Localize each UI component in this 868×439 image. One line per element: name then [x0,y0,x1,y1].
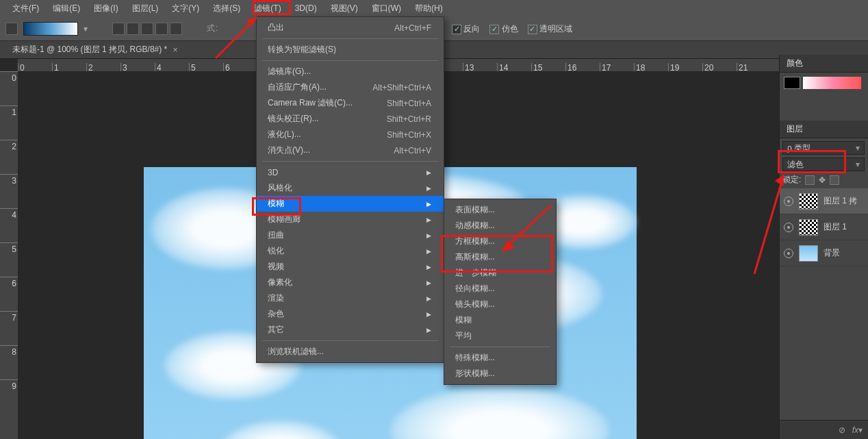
menu-3d[interactable]: 3D(D) [288,1,324,16]
submenu-item[interactable]: 进一步模糊 [444,265,556,281]
gradient-type-group[interactable] [112,23,182,35]
menu-item[interactable]: 浏览联机滤镜... [257,344,444,360]
layer-name: 图层 1 [824,221,847,233]
menu-item[interactable]: 滤镜库(G)... [257,64,444,79]
layer-thumb [799,193,818,210]
menu-item[interactable]: 自适应广角(A)...Alt+Shift+Ctrl+A [257,79,444,95]
lock-position-icon[interactable]: ✥ [819,175,826,185]
close-icon[interactable]: × [173,45,178,55]
menu-item[interactable]: 转换为智能滤镜(S) [257,42,444,58]
lock-pixels-icon[interactable] [805,175,815,185]
submenu-item[interactable]: 形状模糊... [444,366,556,381]
menu-item[interactable]: 模糊画廊 [257,212,444,227]
layer-row[interactable]: 图层 1 拷 [780,188,868,214]
layers-list[interactable]: 图层 1 拷图层 1背景 [780,188,868,266]
layer-name: 图层 1 拷 [824,195,857,207]
menu-item[interactable]: 模糊 [257,196,444,212]
menu-选择[interactable]: 选择(S) [206,0,247,17]
fx-icon[interactable]: fx▾ [852,425,863,435]
color-panel-title[interactable]: 颜色 [780,55,868,73]
layer-controls: ρ 类型▾ 滤色▾ 锁定: ✥ [780,138,868,188]
layer-name: 背景 [824,247,840,259]
menu-图层[interactable]: 图层(L) [125,0,166,17]
visibility-icon[interactable] [784,223,793,232]
lock-all-icon[interactable] [830,175,839,185]
submenu-item[interactable]: 动感模糊... [444,218,556,234]
color-spectrum[interactable] [803,77,861,89]
menu-item[interactable]: 扭曲 [257,227,444,243]
submenu-item[interactable]: 特殊模糊... [444,350,556,366]
menu-item[interactable]: 杂色 [257,306,444,322]
menu-编辑[interactable]: 编辑(E) [46,0,87,17]
menu-滤镜[interactable]: 滤镜(T) [247,0,288,17]
filter-menu-dropdown[interactable]: 凸出Alt+Ctrl+F转换为智能滤镜(S)滤镜库(G)...自适应广角(A).… [256,16,444,363]
menu-窗口[interactable]: 窗口(W) [365,0,408,17]
document-tab[interactable]: 未标题-1 @ 100% (图层 1 拷贝, RGB/8#) *× [8,44,182,55]
menu-item[interactable]: 3D [257,164,444,180]
link-icon[interactable]: ⊘ [839,425,845,435]
menu-item[interactable]: 凸出Alt+Ctrl+F [257,20,444,36]
menu-帮助[interactable]: 帮助(H) [408,0,450,17]
dither-checkbox[interactable]: 仿色 [489,23,518,35]
layer-row[interactable]: 图层 1 [780,214,868,240]
menu-bar: 文件(F)编辑(E)图像(I)图层(L)文字(Y)选择(S)滤镜(T)3D(D)… [0,0,868,16]
submenu-item[interactable]: 镜头模糊... [444,297,556,312]
menu-视图[interactable]: 视图(V) [324,0,365,17]
transparency-checkbox[interactable]: 透明区域 [528,23,572,35]
layer-row[interactable]: 背景 [780,240,868,266]
visibility-icon[interactable] [784,249,793,258]
submenu-item[interactable]: 模糊 [444,312,556,328]
menu-item[interactable]: 风格化 [257,180,444,196]
submenu-item[interactable]: 径向模糊... [444,281,556,297]
menu-图像[interactable]: 图像(I) [87,0,125,17]
submenu-item[interactable]: 高斯模糊... [444,249,556,265]
submenu-item[interactable]: 平均 [444,328,556,344]
layers-panel-footer: ⊘ fx▾ [780,420,868,439]
ruler-vertical: 0123456789 [0,71,18,439]
menu-item[interactable]: 锐化 [257,243,444,259]
menu-item[interactable]: 消失点(V)...Alt+Ctrl+V [257,142,444,158]
layer-thumb [799,219,818,236]
submenu-item[interactable]: 方框模糊... [444,234,556,249]
menu-文字[interactable]: 文字(Y) [165,0,206,17]
menu-item[interactable]: 渲染 [257,290,444,306]
lock-row: 锁定: ✥ [782,174,865,186]
submenu-item[interactable]: 表面模糊... [444,202,556,218]
tool-preset-icon[interactable] [5,23,18,35]
menu-item[interactable]: 液化(L)...Shift+Ctrl+X [257,127,444,142]
blur-submenu[interactable]: 表面模糊...动感模糊...方框模糊...高斯模糊...进一步模糊径向模糊...… [444,199,557,385]
layer-thumb [799,245,818,262]
color-panel[interactable] [780,73,868,121]
blend-mode-select[interactable]: 滤色▾ [782,158,865,171]
menu-item[interactable]: 视频 [257,259,444,275]
mode-label: 式: [207,23,218,34]
right-panels: 颜色 图层 ρ 类型▾ 滤色▾ 锁定: ✥ 图层 1 拷图层 1背景 ⊘ fx▾ [779,55,868,439]
layers-panel-title[interactable]: 图层 [780,121,868,138]
gradient-swatch[interactable] [23,22,78,36]
foreground-swatch[interactable] [784,77,800,89]
menu-item[interactable]: 其它 [257,322,444,338]
menu-item[interactable]: 像素化 [257,275,444,290]
menu-文件[interactable]: 文件(F) [5,0,46,17]
visibility-icon[interactable] [784,197,793,206]
reverse-checkbox[interactable]: 反向 [452,23,480,35]
layer-kind-filter[interactable]: ρ 类型▾ [782,141,865,155]
menu-item[interactable]: 镜头校正(R)...Shift+Ctrl+R [257,111,444,127]
opt-checkboxes: 反向 仿色 透明区域 [452,23,572,35]
menu-item[interactable]: Camera Raw 滤镜(C)...Shift+Ctrl+A [257,95,444,111]
